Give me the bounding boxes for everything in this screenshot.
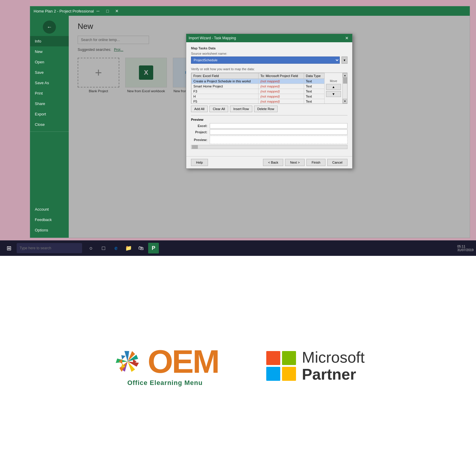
dialog-body: Map Tasks Data Source worksheet name: Pr… [186,42,352,156]
taskbar-icon-cortana[interactable]: ○ [86,243,96,253]
sidebar-item-share[interactable]: Share [30,98,69,109]
sidebar-item-feedback[interactable]: Feedback [30,214,69,225]
preview-hscrollbar [191,145,347,149]
ms-logo-grid [266,351,296,381]
table-cell-type: Text [304,99,325,104]
sidebar-item-export[interactable]: Export [30,109,69,119]
sidebar-item-open[interactable]: Open [30,57,69,67]
next-button[interactable]: Next > [285,159,305,166]
sidebar-divider [30,131,69,132]
ms-text-block: Microsoft Partner [302,349,365,383]
window-controls: ─ □ ✕ [94,8,121,14]
import-wizard-dialog: Import Wizard - Task Mapping ✕ Map Tasks… [186,34,353,169]
taskbar-time: 05:11 31/07/2019 [457,245,474,252]
taskbar-icon-taskview[interactable]: □ [98,243,109,253]
scroll-up-button[interactable]: ▲ [343,73,347,78]
scroll-track [343,78,347,99]
ms-partner-text: Partner [302,366,365,383]
window-body: ← Info New Open Save Save As Print [30,16,470,238]
col-project-field: To: Microsoft Project Field [259,73,304,79]
taskbar: ⊞ ○ □ e 📁 🛍 P 05:11 31/07/2019 [0,240,476,256]
preview-project-label: Project: [191,130,207,134]
mapping-table-wrap: From: Excel Field To: Microsoft Project … [191,73,347,104]
dialog-title: Import Wizard - Task Mapping [189,36,344,40]
ms-cell-green [282,351,296,365]
table-row[interactable]: F5 (not mapped) Text [192,99,325,104]
taskbar-right: 05:11 31/07/2019 [457,245,474,252]
taskbar-icon-project[interactable]: P [148,243,159,253]
table-cell-type: Text [304,89,325,94]
taskbar-search-input[interactable] [17,243,82,253]
dialog-titlebar: Import Wizard - Task Mapping ✕ [186,34,352,42]
help-button[interactable]: Help [191,159,208,166]
mapping-table: From: Excel Field To: Microsoft Project … [191,73,325,104]
main-content: New Suggested searches: Proj... + Blank … [69,16,470,238]
sidebar-back-button[interactable]: ← [43,21,56,34]
col-data-type: Data Type [304,73,325,79]
preview-excel-row: Excel: [191,123,347,129]
finish-button[interactable]: Finish [306,159,325,166]
ms-cell-blue [266,367,280,381]
table-cell-to: (not mapped) [259,89,304,94]
screenshot-area: Home Plan 2 - Project Professional ─ □ ✕… [0,0,476,256]
taskbar-icon-store[interactable]: 🛍 [136,243,146,253]
taskbar-icon-edge[interactable]: e [111,243,121,253]
ms-cell-yellow [282,367,296,381]
source-select-row: ProjectSchedule ▼ [191,57,347,64]
sidebar-item-info[interactable]: Info [30,36,69,46]
sidebar-bottom: Account Feedback Options [30,204,69,238]
sidebar: ← Info New Open Save Save As Print [30,16,69,238]
sidebar-item-new[interactable]: New [30,46,69,57]
table-cell-from: F3 [192,89,259,94]
window-close-button[interactable]: ✕ [113,8,121,14]
window-titlebar: Home Plan 2 - Project Professional ─ □ ✕ [30,6,470,16]
project-window: Home Plan 2 - Project Professional ─ □ ✕… [30,6,470,238]
move-up-button[interactable]: ▲ [326,84,341,90]
sidebar-item-options[interactable]: Options [30,225,69,235]
table-cell-from: Smart Home Project [192,84,259,89]
window-title: Home Plan 2 - Project Professional [34,9,94,13]
preview-preview-row: Preview: [191,136,347,144]
table-cell-type: Text [304,94,325,99]
move-down-button[interactable]: ▼ [326,91,341,97]
preview-section: Preview Excel: Project: [191,115,347,149]
back-button[interactable]: < Back [263,159,283,166]
table-row[interactable]: Smart Home Project (not mapped) Text [192,84,325,89]
sidebar-item-saveas[interactable]: Save As [30,78,69,88]
oem-arrows-icon [111,345,144,378]
sidebar-item-close[interactable]: Close [30,119,69,130]
action-buttons-row: Add All Clear All Insert Row Delete Row [191,106,347,112]
table-scrollbar: ▲ ▼ [342,73,347,104]
dialog-close-button[interactable]: ✕ [344,35,350,41]
window-maximize-button[interactable]: □ [103,8,112,14]
add-all-button[interactable]: Add All [191,106,208,112]
scroll-down-button[interactable]: ▼ [343,99,347,104]
clear-all-button[interactable]: Clear All [209,106,228,112]
insert-row-button[interactable]: Insert Row [230,106,252,112]
dropdown-arrow-icon[interactable]: ▼ [342,57,347,64]
table-row[interactable]: Create a Project Schedule in this workd … [192,79,325,84]
window-minimize-button[interactable]: ─ [94,8,102,14]
move-area: Move ▲ ▼ [325,73,342,104]
start-button[interactable]: ⊞ [2,242,15,255]
dialog-overlay: Import Wizard - Task Mapping ✕ Map Tasks… [69,16,470,238]
cancel-button[interactable]: Cancel [327,159,347,166]
dialog-section-title: Map Tasks Data [191,46,347,50]
table-row[interactable]: H (not mapped) Text [192,94,325,99]
table-cell-from: Create a Project Schedule in this workd [192,79,259,84]
ms-name: Microsoft [302,349,365,366]
source-worksheet-select[interactable]: ProjectSchedule [191,57,340,64]
preview-preview-label: Preview: [191,138,207,142]
taskbar-icon-explorer[interactable]: 📁 [123,243,134,253]
sidebar-item-save[interactable]: Save [30,67,69,78]
preview-project-value [210,129,347,135]
sidebar-item-print[interactable]: Print [30,88,69,98]
source-label: Source worksheet name: [191,52,347,55]
preview-excel-label: Excel: [191,124,207,128]
oem-logo: OEM Office Elearning Menu [111,345,219,387]
sidebar-item-account[interactable]: Account [30,204,69,214]
oem-subtitle: Office Elearning Menu [127,379,203,387]
table-row[interactable]: F3 (not mapped) Text [192,89,325,94]
table-header-row: From: Excel Field To: Microsoft Project … [192,73,325,79]
delete-row-button[interactable]: Delete Row [254,106,278,112]
